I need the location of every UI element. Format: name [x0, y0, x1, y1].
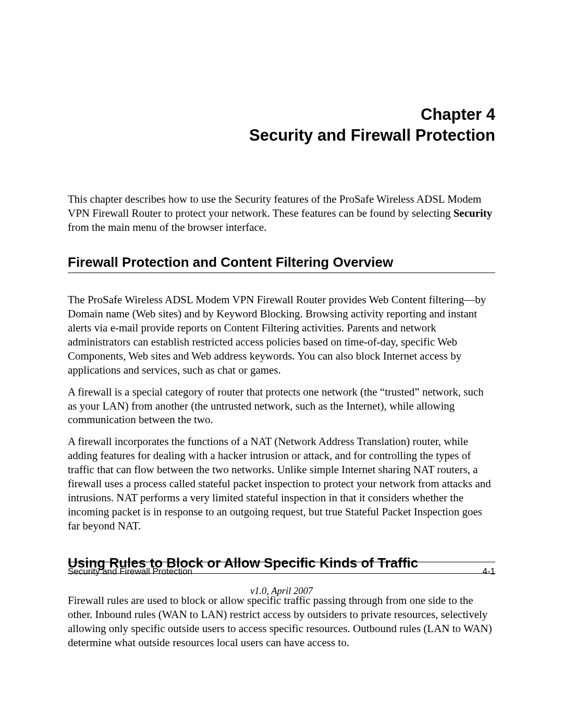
s1-paragraph-3: A firewall incorporates the functions of…: [68, 435, 495, 533]
intro-paragraph: This chapter describes how to use the Se…: [68, 192, 495, 235]
footer-rule: [68, 562, 495, 562]
chapter-title: Security and Firewall Protection: [68, 125, 495, 146]
s2-paragraph-1: Firewall rules are used to block or allo…: [68, 594, 495, 650]
chapter-number: Chapter 4: [68, 104, 495, 125]
footer-page-number: 4-1: [482, 566, 495, 577]
intro-text-1: This chapter describes how to use the Se…: [68, 193, 481, 219]
chapter-header: Chapter 4 Security and Firewall Protecti…: [68, 104, 495, 146]
document-page: Chapter 4 Security and Firewall Protecti…: [0, 0, 563, 650]
s1-paragraph-2: A firewall is a special category of rout…: [68, 385, 495, 427]
page-footer: Security and Firewall Protection 4-1: [68, 562, 495, 577]
intro-text-2: from the main menu of the browser interf…: [68, 221, 266, 233]
footer-chapter-name: Security and Firewall Protection: [68, 566, 192, 577]
section-heading-firewall-overview: Firewall Protection and Content Filterin…: [68, 254, 495, 273]
section-spacer: [68, 540, 495, 555]
s1-paragraph-1: The ProSafe Wireless ADSL Modem VPN Fire…: [68, 293, 495, 377]
footer-version: v1.0, April 2007: [0, 586, 563, 597]
intro-bold-security: Security: [454, 207, 493, 219]
footer-line: Security and Firewall Protection 4-1: [68, 566, 495, 577]
